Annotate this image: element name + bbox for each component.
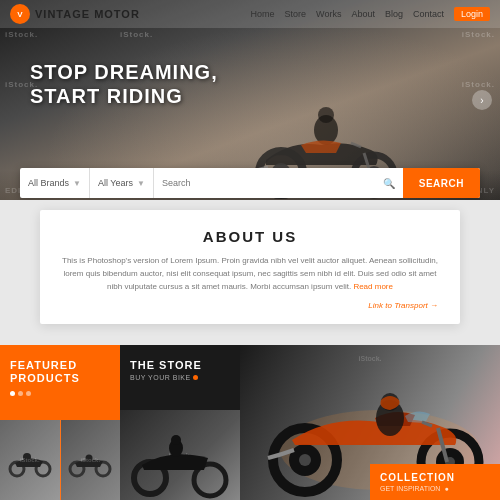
svg-point-17 bbox=[171, 435, 181, 445]
nav-store[interactable]: Store bbox=[285, 9, 307, 19]
collection-title: COLLECTION bbox=[380, 472, 490, 483]
about-link[interactable]: Link to Transport → bbox=[62, 301, 438, 310]
svg-point-13 bbox=[86, 454, 93, 461]
dot-2[interactable] bbox=[18, 391, 23, 396]
search-input-wrap: 🔍 bbox=[154, 168, 403, 198]
year-select-label: All Years bbox=[98, 178, 133, 188]
nav-blog[interactable]: Blog bbox=[385, 9, 403, 19]
brand-select-label: All Brands bbox=[28, 178, 69, 188]
hero-title: STOP DREAMING, START RIDING bbox=[30, 60, 218, 108]
main-nav: Home Store Works About Blog Contact Logi… bbox=[251, 7, 490, 21]
svg-point-21 bbox=[299, 454, 311, 466]
collection-subtitle: GET INSPIRATION ● bbox=[380, 485, 490, 492]
nav-works[interactable]: Works bbox=[316, 9, 341, 19]
mini-moto-2 bbox=[65, 443, 115, 478]
store-moto-svg bbox=[120, 410, 240, 500]
featured-placeholder-1: iStock. bbox=[0, 420, 60, 500]
nav-about[interactable]: About bbox=[351, 9, 375, 19]
nav-contact[interactable]: Contact bbox=[413, 9, 444, 19]
search-bar: All Brands ▼ All Years ▼ 🔍 Search bbox=[20, 168, 480, 198]
featured-products-panel: FEATURED PRODUCTS iStock. bbox=[0, 345, 120, 500]
collection-label[interactable]: COLLECTION GET INSPIRATION ● bbox=[370, 464, 500, 500]
about-title: ABOUT US bbox=[62, 228, 438, 245]
search-input[interactable] bbox=[162, 178, 379, 188]
hero-section: iStock. iStock. iStock. iStock. iStock. … bbox=[0, 0, 500, 230]
hero-nav-arrow[interactable]: › bbox=[472, 90, 492, 110]
about-body: This is Photoshop's version of Lorem Ips… bbox=[62, 255, 438, 293]
logo-icon: V bbox=[10, 4, 30, 24]
featured-images: iStock. iStock. bbox=[0, 420, 120, 500]
mini-moto-1 bbox=[5, 443, 55, 478]
watermark-right: iStock. bbox=[359, 355, 382, 362]
store-title: THE STORE bbox=[130, 359, 230, 371]
site-logo[interactable]: V VINTAGE MOTOR bbox=[10, 4, 140, 24]
search-icon: 🔍 bbox=[383, 178, 395, 189]
the-store-panel: THE STORE BUY YOUR BIKE iStock. bbox=[120, 345, 240, 500]
hero-content: STOP DREAMING, START RIDING bbox=[30, 60, 218, 126]
bottom-grid: FEATURED PRODUCTS iStock. bbox=[0, 345, 500, 500]
store-dot bbox=[193, 375, 198, 380]
brand-chevron-icon: ▼ bbox=[73, 179, 81, 188]
logo-text: VINTAGE MOTOR bbox=[35, 8, 140, 20]
right-panel: iStock. COLLECTION GET INSPIRATION ● bbox=[240, 345, 500, 500]
nav-login[interactable]: Login bbox=[454, 7, 490, 21]
featured-img-1[interactable]: iStock. bbox=[0, 420, 60, 500]
featured-title: FEATURED PRODUCTS bbox=[10, 359, 110, 385]
search-button[interactable]: Search bbox=[403, 168, 480, 198]
year-select[interactable]: All Years ▼ bbox=[90, 168, 154, 198]
featured-dots bbox=[10, 391, 110, 396]
brand-select[interactable]: All Brands ▼ bbox=[20, 168, 90, 198]
featured-placeholder-2: iStock. bbox=[61, 420, 121, 500]
store-img[interactable]: iStock. bbox=[120, 410, 240, 500]
about-read-more[interactable]: Read more bbox=[353, 282, 393, 291]
svg-point-1 bbox=[318, 107, 334, 123]
dot-1[interactable] bbox=[10, 391, 15, 396]
collection-arrow-icon: ● bbox=[444, 485, 448, 492]
dot-3[interactable] bbox=[26, 391, 31, 396]
featured-img-2[interactable]: iStock. bbox=[60, 420, 121, 500]
year-chevron-icon: ▼ bbox=[137, 179, 145, 188]
nav-home[interactable]: Home bbox=[251, 9, 275, 19]
about-section: ABOUT US This is Photoshop's version of … bbox=[40, 210, 460, 324]
store-subtitle: BUY YOUR BIKE bbox=[130, 374, 230, 381]
svg-point-10 bbox=[23, 453, 31, 461]
site-header: V VINTAGE MOTOR Home Store Works About B… bbox=[0, 0, 500, 28]
